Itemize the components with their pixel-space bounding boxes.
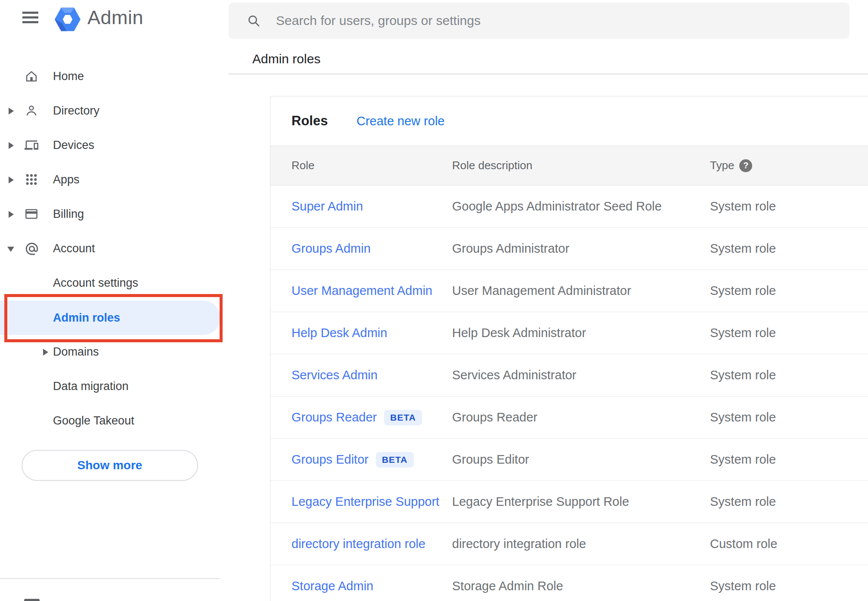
- table-row: User Management Admin User Management Ad…: [270, 270, 868, 312]
- sidebar-item-label: Home: [53, 59, 84, 93]
- beta-badge: BETA: [376, 452, 414, 468]
- admin-logo-icon: [55, 7, 81, 33]
- role-link[interactable]: Storage Admin: [291, 579, 373, 593]
- column-header-role: Role: [291, 146, 446, 185]
- role-link[interactable]: Groups Admin: [291, 242, 371, 256]
- app-header-left: Admin: [0, 0, 229, 40]
- role-link[interactable]: directory integration role: [291, 537, 425, 551]
- panel-title: Roles: [291, 96, 328, 146]
- sidebar-item-data-migration[interactable]: Data migration: [0, 369, 224, 403]
- role-type: System role: [710, 199, 776, 214]
- help-icon[interactable]: ?: [739, 159, 752, 172]
- sidebar-bottom-divider: [0, 578, 220, 579]
- create-new-role-link[interactable]: Create new role: [356, 96, 445, 146]
- role-link[interactable]: Groups Editor: [291, 452, 369, 467]
- collapse-arrow-icon[interactable]: [7, 247, 14, 252]
- role-description: Groups Reader: [452, 410, 537, 424]
- column-header-type: Type ?: [710, 146, 852, 185]
- table-row: directory integration role directory int…: [270, 523, 868, 565]
- sidebar-item-label: Account: [53, 231, 95, 266]
- role-description: Services Administrator: [452, 368, 577, 382]
- sidebar-item-devices[interactable]: Devices: [0, 128, 224, 162]
- sidebar-item-admin-roles[interactable]: Admin roles: [0, 300, 224, 335]
- expand-arrow-icon[interactable]: [9, 142, 14, 149]
- table-row: Storage Admin Storage Admin Role System …: [270, 565, 868, 601]
- role-link[interactable]: User Management Admin: [291, 284, 432, 298]
- roles-panel: Roles Create new role Role Role descript…: [270, 96, 868, 601]
- table-header-row: Role Role description Type ?: [270, 146, 868, 186]
- role-link[interactable]: Super Admin: [291, 199, 363, 214]
- role-description: Groups Administrator: [452, 242, 569, 256]
- sidebar-item-domains[interactable]: Domains: [0, 335, 224, 369]
- app-title: Admin: [87, 6, 143, 29]
- role-link[interactable]: Legacy Enterprise Support: [291, 495, 439, 509]
- role-type: System role: [710, 452, 776, 467]
- sidebar-item-label: Domains: [53, 335, 99, 369]
- sidebar-item-billing[interactable]: Billing: [0, 197, 224, 231]
- expand-arrow-icon[interactable]: [9, 211, 14, 218]
- beta-badge: BETA: [384, 410, 422, 425]
- role-link[interactable]: Services Admin: [291, 368, 378, 382]
- cutoff-icon: [24, 599, 40, 601]
- credit-card-icon: [25, 207, 38, 221]
- show-more-button[interactable]: Show more: [22, 450, 198, 481]
- table-row: Groups Reader BETA Groups Reader System …: [270, 397, 868, 439]
- column-header-role-description: Role description: [452, 146, 702, 185]
- role-type: System role: [710, 284, 776, 298]
- menu-icon[interactable]: [22, 12, 38, 23]
- search-bar[interactable]: [229, 3, 849, 39]
- role-link[interactable]: Groups Reader: [291, 410, 377, 424]
- sidebar-item-directory[interactable]: Directory: [0, 93, 224, 128]
- role-type: System role: [710, 242, 776, 256]
- sidebar-item-account[interactable]: Account: [0, 231, 224, 266]
- role-description: Google Apps Administrator Seed Role: [452, 199, 662, 214]
- devices-icon: [25, 138, 38, 152]
- role-link[interactable]: Help Desk Admin: [291, 326, 387, 340]
- roles-panel-header: Roles Create new role: [270, 96, 868, 146]
- at-sign-icon: [25, 242, 38, 255]
- role-type: System role: [710, 579, 776, 593]
- table-row: Groups Admin Groups Administrator System…: [270, 228, 868, 270]
- person-icon: [25, 104, 38, 118]
- content-divider: [229, 74, 868, 74]
- expand-arrow-icon[interactable]: [43, 349, 48, 356]
- home-icon: [25, 69, 38, 83]
- breadcrumb: Admin roles: [252, 52, 320, 66]
- table-row: Services Admin Services Administrator Sy…: [270, 354, 868, 397]
- role-type: System role: [710, 410, 776, 424]
- sidebar-item-label: Account settings: [53, 266, 138, 300]
- role-description: directory integration role: [452, 537, 586, 551]
- sidebar-item-label: Devices: [53, 128, 94, 162]
- apps-grid-icon: [25, 173, 38, 186]
- sidebar-item-label: Admin roles: [53, 300, 120, 335]
- role-type: System role: [710, 368, 776, 382]
- table-row: Groups Editor BETA Groups Editor System …: [270, 439, 868, 481]
- search-input[interactable]: [276, 3, 836, 39]
- role-description: Groups Editor: [452, 452, 529, 467]
- roles-table-body: Super Admin Google Apps Administrator Se…: [270, 186, 868, 601]
- role-type: System role: [710, 495, 776, 509]
- table-row: Help Desk Admin Help Desk Administrator …: [270, 312, 868, 354]
- sidebar-item-account-settings[interactable]: Account settings: [0, 266, 224, 300]
- role-description: Legacy Enterprise Support Role: [452, 495, 629, 509]
- expand-arrow-icon[interactable]: [9, 177, 14, 183]
- role-description: User Management Administrator: [452, 284, 631, 298]
- google-admin-console: Admin Home Directory Devices: [0, 0, 868, 601]
- role-type: System role: [710, 326, 776, 340]
- search-icon: [247, 14, 260, 28]
- sidebar-item-label: Data migration: [53, 369, 129, 403]
- sidebar-item-label: Google Takeout: [53, 403, 134, 438]
- sidebar-item-label: Directory: [53, 93, 99, 128]
- role-description: Storage Admin Role: [452, 579, 563, 593]
- table-row: Super Admin Google Apps Administrator Se…: [270, 186, 868, 228]
- sidebar-item-label: Apps: [53, 162, 80, 197]
- expand-arrow-icon[interactable]: [9, 108, 14, 115]
- table-row: Legacy Enterprise Support Legacy Enterpr…: [270, 481, 868, 523]
- role-type: Custom role: [710, 537, 777, 551]
- sidebar-item-apps[interactable]: Apps: [0, 162, 224, 197]
- sidebar-item-label: Billing: [53, 197, 84, 231]
- role-description: Help Desk Administrator: [452, 326, 586, 340]
- sidebar-item-home[interactable]: Home: [0, 59, 224, 93]
- sidebar-item-google-takeout[interactable]: Google Takeout: [0, 403, 224, 438]
